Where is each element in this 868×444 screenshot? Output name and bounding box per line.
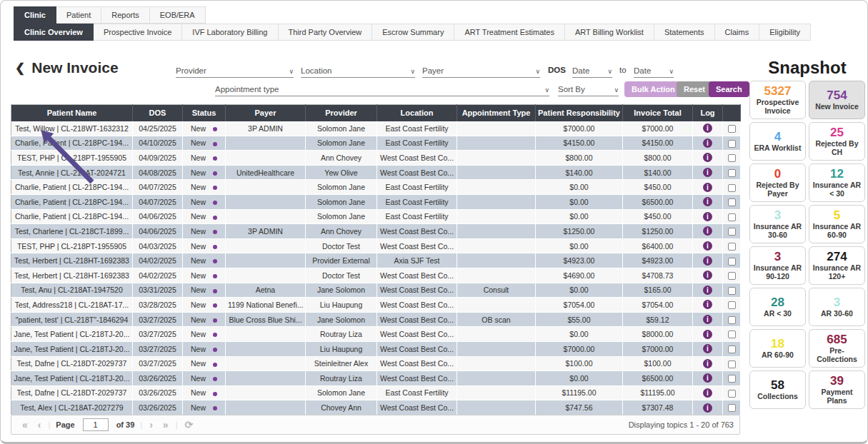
reset-button[interactable]: Reset bbox=[677, 81, 712, 97]
table-row[interactable]: "patient, test' | CL-218T"-184629403/27/… bbox=[11, 312, 741, 327]
sort-by-dropdown[interactable]: Sort By ∨ bbox=[558, 82, 619, 96]
snapshot-card-new-invoice[interactable]: 754New Invoice bbox=[809, 81, 865, 119]
dos-to-date-dropdown[interactable]: Date ∨ bbox=[634, 64, 674, 78]
log-info-icon[interactable]: i bbox=[703, 123, 712, 133]
table-row[interactable]: TEST, PHP | CL-218PT-195590504/09/2025Ne… bbox=[11, 151, 741, 166]
row-checkbox[interactable] bbox=[728, 345, 736, 353]
row-checkbox[interactable] bbox=[728, 184, 736, 192]
column-header-patient-name[interactable]: Patient Name bbox=[11, 105, 133, 121]
table-row[interactable]: Test, Charlene | CL-218CT-1899...04/06/2… bbox=[11, 224, 741, 239]
row-checkbox[interactable] bbox=[728, 404, 736, 412]
table-row[interactable]: Test, Annie | CL-218AT-202472104/08/2025… bbox=[11, 165, 741, 180]
patient-name-cell[interactable]: Charlie, Patient | CL-218PC-194... bbox=[11, 209, 133, 224]
tab-patient[interactable]: Patient bbox=[56, 6, 101, 24]
patient-name-cell[interactable]: Jane, Test Patient | CL-218TJ-20... bbox=[11, 371, 133, 386]
row-checkbox[interactable] bbox=[728, 331, 736, 338]
log-info-icon[interactable]: i bbox=[703, 403, 712, 413]
subtab-prospective-invoice[interactable]: Prospective Invoice bbox=[94, 24, 182, 41]
table-row[interactable]: Charlie, Patient | CL-218PC-194...04/07/… bbox=[11, 194, 741, 209]
log-info-icon[interactable]: i bbox=[703, 197, 712, 206]
first-page-icon[interactable]: « bbox=[17, 419, 33, 430]
patient-name-cell[interactable]: Test, Anu | CL-218AT-1947520 bbox=[11, 283, 133, 298]
log-info-icon[interactable]: i bbox=[703, 388, 712, 398]
patient-name-cell[interactable]: Test, Willow | CL-218WT-1632312 bbox=[11, 121, 133, 136]
snapshot-card-prospective-invoice[interactable]: 5327Prospective Invoice bbox=[749, 81, 806, 119]
table-row[interactable]: Test, Anu | CL-218AT-194752003/31/2025Ne… bbox=[11, 283, 741, 298]
search-button[interactable]: Search bbox=[709, 81, 749, 97]
payer-dropdown[interactable]: Payer ∨ bbox=[422, 64, 540, 78]
patient-name-cell[interactable]: Test, Herbert | CL-218HT-1692383 bbox=[11, 268, 133, 283]
table-row[interactable]: Test, Address218 | CL-218AT-17...03/28/2… bbox=[11, 298, 741, 313]
snapshot-card-ar-60-90[interactable]: 18AR 60-90 bbox=[749, 329, 806, 368]
subtab-art-treatment-estimates[interactable]: ART Treatment Estimates bbox=[454, 24, 565, 41]
snapshot-card-pre-collections[interactable]: 685Pre-Collections bbox=[809, 329, 865, 368]
column-header-status[interactable]: Status bbox=[183, 105, 226, 121]
back-chevron-icon[interactable]: ❮ bbox=[15, 61, 25, 76]
tab-reports[interactable]: Reports bbox=[101, 6, 150, 24]
column-header-blank[interactable] bbox=[723, 105, 741, 121]
patient-name-cell[interactable]: Test, Address218 | CL-218AT-17... bbox=[11, 298, 133, 313]
snapshot-card-insurance-ar-30-60[interactable]: 3Insurance AR 30-60 bbox=[749, 205, 806, 243]
location-dropdown[interactable]: Location ∨ bbox=[301, 64, 415, 78]
patient-name-cell[interactable]: Test, Annie | CL-218AT-2024721 bbox=[11, 165, 133, 180]
column-header-location[interactable]: Location bbox=[377, 105, 457, 121]
snapshot-card-ar-30-60[interactable]: 3AR 30-60 bbox=[809, 288, 865, 326]
patient-name-cell[interactable]: Test, Alex | CL-218AT-2027279 bbox=[11, 400, 133, 415]
row-checkbox[interactable] bbox=[728, 228, 736, 236]
row-checkbox[interactable] bbox=[728, 140, 736, 148]
snapshot-card-rejected-by-payer[interactable]: 0Rejected By Payer bbox=[749, 163, 806, 202]
row-checkbox[interactable] bbox=[728, 316, 736, 324]
log-info-icon[interactable]: i bbox=[703, 300, 712, 309]
subtab-statements[interactable]: Statements bbox=[654, 24, 715, 41]
patient-name-cell[interactable]: Jane, Test Patient | CL-218TJ-20... bbox=[11, 327, 133, 342]
patient-name-cell[interactable]: Charlie, Patient | CL-218PC-194... bbox=[11, 180, 133, 195]
row-checkbox[interactable] bbox=[728, 213, 736, 221]
table-row[interactable]: Test, Willow | CL-218WT-163231204/25/202… bbox=[11, 121, 741, 136]
column-header-patient-responsibility[interactable]: Patient Responsibility bbox=[536, 105, 623, 121]
last-page-icon[interactable]: » bbox=[158, 419, 174, 430]
table-row[interactable]: Test, Herbert | CL-218HT-169238304/02/20… bbox=[11, 253, 741, 268]
row-checkbox[interactable] bbox=[728, 301, 736, 309]
subtab-ivf-laboratory-billing[interactable]: IVF Laboratory Billing bbox=[182, 24, 278, 41]
column-header-provider[interactable]: Provider bbox=[306, 105, 377, 121]
patient-name-cell[interactable]: Test, Dafne | CL-218DT-2029737 bbox=[11, 385, 133, 400]
subtab-clinic-overview[interactable]: Clinic Overview bbox=[14, 24, 94, 41]
row-checkbox[interactable] bbox=[728, 243, 736, 251]
snapshot-card-collections[interactable]: 58Collections bbox=[749, 370, 806, 409]
table-row[interactable]: Jane, Test Patient | CL-218TJ-20...03/27… bbox=[11, 341, 741, 356]
patient-name-cell[interactable]: "patient, test' | CL-218T"-1846294 bbox=[11, 312, 133, 327]
table-row[interactable]: Charlie, Patient | CL-218PC-194...04/06/… bbox=[11, 209, 741, 224]
patient-name-cell[interactable]: TEST, PHP | CL-218PT-1955905 bbox=[11, 238, 133, 253]
table-row[interactable]: Test, Herbert | CL-218HT-169238304/02/20… bbox=[11, 268, 741, 283]
snapshot-card-insurance-ar-120[interactable]: 274Insurance AR 120+ bbox=[809, 246, 865, 285]
tab-clinic[interactable]: Clinic bbox=[14, 6, 56, 24]
log-info-icon[interactable]: i bbox=[703, 330, 712, 339]
log-info-icon[interactable]: i bbox=[703, 138, 712, 148]
snapshot-card-insurance-ar-60-90[interactable]: 5Insurance AR 60-90 bbox=[809, 205, 865, 243]
refresh-icon[interactable]: ⟳ bbox=[180, 419, 199, 430]
log-info-icon[interactable]: i bbox=[703, 153, 712, 162]
page-number-input[interactable] bbox=[83, 418, 109, 431]
row-checkbox[interactable] bbox=[728, 390, 736, 398]
patient-name-cell[interactable]: Test, Dafne | CL-218DT-2029737 bbox=[11, 356, 133, 371]
row-checkbox[interactable] bbox=[728, 375, 736, 383]
row-checkbox[interactable] bbox=[728, 287, 736, 295]
table-row[interactable]: Test, Alex | CL-218AT-202727903/26/2025N… bbox=[11, 400, 741, 415]
log-info-icon[interactable]: i bbox=[703, 226, 712, 236]
snapshot-card-insurance-ar-30[interactable]: 12Insurance AR < 30 bbox=[809, 163, 865, 202]
snapshot-card-ar-30[interactable]: 28AR < 30 bbox=[749, 288, 806, 326]
subtab-art-billing-worklist[interactable]: ART Billing Worklist bbox=[565, 24, 654, 41]
patient-name-cell[interactable]: Test, Herbert | CL-218HT-1692383 bbox=[11, 253, 133, 268]
patient-name-cell[interactable]: Test, Charlene | CL-218CT-1899... bbox=[11, 224, 133, 239]
row-checkbox[interactable] bbox=[728, 258, 736, 266]
patient-name-cell[interactable]: Charlie, Patient | CL-218PC-194... bbox=[11, 194, 133, 209]
patient-name-cell[interactable]: Charlie, Patient | CL-218PC-194... bbox=[11, 136, 133, 151]
row-checkbox[interactable] bbox=[728, 360, 736, 368]
snapshot-card-era-worklist[interactable]: 4ERA Worklist bbox=[749, 122, 806, 161]
dos-from-date-dropdown[interactable]: Date ∨ bbox=[572, 64, 612, 78]
log-info-icon[interactable]: i bbox=[703, 286, 712, 295]
log-info-icon[interactable]: i bbox=[703, 212, 712, 221]
table-row[interactable]: Charlie, Patient | CL-218PC-194...04/07/… bbox=[11, 180, 741, 195]
column-header-dos[interactable]: DOS bbox=[133, 105, 183, 121]
table-row[interactable]: Charlie, Patient | CL-218PC-194...04/10/… bbox=[11, 136, 741, 151]
